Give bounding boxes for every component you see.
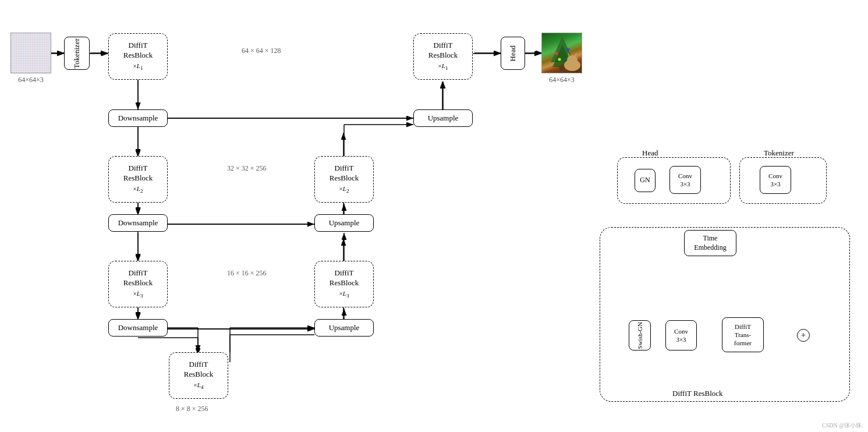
head-box: Head bbox=[501, 37, 525, 70]
dec-resblock2-label: DiffiTResBlock bbox=[330, 164, 359, 183]
enc-resblock1: DiffiTResBlock ×L1 bbox=[108, 33, 168, 80]
dim-16-label: 16 × 16 × 256 bbox=[227, 269, 267, 278]
svg-marker-82 bbox=[575, 52, 577, 56]
diffit-transformer-box: DiffiTTrans-former bbox=[722, 317, 764, 352]
diffit-transformer-label: DiffiTTrans-former bbox=[734, 323, 752, 348]
enc-resblock2-label: DiffiTResBlock bbox=[123, 164, 153, 183]
enc-resblock2-sub: ×L2 bbox=[123, 185, 153, 195]
conv3x3-tok-box: Conv3×3 bbox=[760, 166, 791, 194]
dec-resblock1-label: DiffiTResBlock bbox=[428, 41, 458, 61]
conv3x3-tok-label: Conv3×3 bbox=[768, 172, 782, 189]
time-embedding-label: TimeEmbedding bbox=[694, 234, 726, 252]
noise-image-label: 64×64×3 bbox=[10, 76, 51, 84]
enc-resblock2: DiffiTResBlock ×L2 bbox=[108, 156, 168, 203]
dec-resblock3: DiffiTResBlock ×L3 bbox=[314, 261, 374, 307]
tokenizer-label: Tokenizer bbox=[72, 38, 82, 69]
dec-resblock1-sub: ×L1 bbox=[428, 62, 458, 72]
enc-resblock3: DiffiTResBlock ×L3 bbox=[108, 261, 168, 307]
conv3x3-inner-label: Conv3×3 bbox=[674, 327, 688, 344]
downsample3: Downsample bbox=[108, 319, 168, 337]
upsample3: Upsample bbox=[314, 319, 374, 337]
dim-64-label: 64 × 64 × 128 bbox=[242, 47, 281, 55]
dec-resblock1: DiffiTResBlock ×L1 bbox=[413, 33, 473, 80]
tokenizer-detail-label: Tokenizer bbox=[764, 148, 794, 158]
downsample1: Downsample bbox=[108, 109, 168, 127]
enc-resblock1-sub: ×L1 bbox=[123, 62, 153, 72]
dim-8-label: 8 × 8 × 256 bbox=[176, 405, 208, 413]
dec-resblock3-label: DiffiTResBlock bbox=[330, 268, 359, 288]
upsample1: Upsample bbox=[413, 109, 473, 127]
plus-circle: + bbox=[797, 329, 810, 342]
tokenizer-box: Tokenizer bbox=[64, 37, 90, 70]
enc-resblock1-label: DiffiTResBlock bbox=[123, 41, 153, 61]
conv3x3-head-label: Conv3×3 bbox=[678, 172, 692, 189]
time-embedding-box: TimeEmbedding bbox=[684, 230, 736, 256]
upsample2-label: Upsample bbox=[329, 218, 360, 228]
dec-resblock2-sub: ×L2 bbox=[330, 185, 359, 195]
swishgn-box: Swish-GN bbox=[629, 320, 651, 350]
conv3x3-head-box: Conv3×3 bbox=[669, 166, 701, 194]
diffitresblock-detail-label: DiffiT ResBlock bbox=[672, 389, 723, 398]
upsample1-label: Upsample bbox=[428, 114, 459, 123]
watermark: CSDN @张小珠. bbox=[822, 422, 863, 430]
downsample2-label: Downsample bbox=[118, 218, 158, 228]
dec-resblock3-sub: ×L3 bbox=[330, 289, 359, 300]
gn-box: GN bbox=[635, 169, 656, 192]
svg-point-85 bbox=[558, 58, 561, 61]
upsample2: Upsample bbox=[314, 214, 374, 232]
svg-point-83 bbox=[555, 52, 558, 55]
downsample1-label: Downsample bbox=[118, 114, 158, 123]
dim-32-label: 32 × 32 × 256 bbox=[227, 164, 267, 173]
resblock4-sub: ×L4 bbox=[184, 381, 214, 391]
head-label: Head bbox=[508, 45, 518, 61]
downsample2: Downsample bbox=[108, 214, 168, 232]
head-detail-label: Head bbox=[642, 148, 658, 158]
swishgn-label: Swish-GN bbox=[636, 322, 644, 349]
svg-point-80 bbox=[567, 55, 578, 65]
conv3x3-inner-box: Conv3×3 bbox=[665, 320, 697, 350]
resblock4: DiffiTResBlock ×L4 bbox=[169, 352, 228, 399]
plus-symbol: + bbox=[801, 331, 806, 340]
downsample3-label: Downsample bbox=[118, 323, 158, 333]
enc-resblock3-sub: ×L3 bbox=[123, 289, 153, 300]
output-label: 64×64×3 bbox=[541, 76, 582, 84]
upsample3-label: Upsample bbox=[329, 323, 360, 333]
svg-point-84 bbox=[567, 48, 570, 51]
dec-resblock2: DiffiTResBlock ×L2 bbox=[314, 156, 374, 203]
resblock4-label: DiffiTResBlock bbox=[184, 360, 214, 380]
enc-resblock3-label: DiffiTResBlock bbox=[123, 268, 153, 288]
gn-label: GN bbox=[640, 176, 650, 185]
